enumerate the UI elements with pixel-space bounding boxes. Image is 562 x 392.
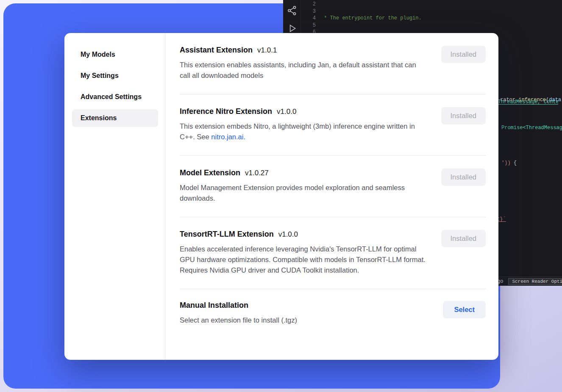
select-button[interactable]: Select [443,301,486,318]
sidebar-item-label: Extensions [81,114,117,122]
settings-modal: My Models My Settings Advanced Settings … [64,33,498,360]
sidebar-item-label: My Settings [81,72,119,80]
code-text: { [511,160,517,166]
code-text: ')) [501,160,511,166]
extension-row-nitro: Inference Nitro Extension v1.0.0 This ex… [180,94,486,156]
screen-reader-chip[interactable]: Screen Reader Optimized [508,278,562,285]
manual-installation-row: Manual Installation Select an extension … [180,289,486,339]
code-fragment: ')) { [501,160,517,166]
extension-row-tensorrt: TensortRT-LLM Extension v1.0.0 Enables a… [180,217,486,289]
sidebar-item-my-models[interactable]: My Models [72,46,158,63]
share-network-icon[interactable] [287,5,298,16]
extensions-list: Assistant Extension v1.0.1 This extensio… [165,33,498,360]
installed-button[interactable]: Installed [441,230,486,247]
installed-button[interactable]: Installed [441,46,486,63]
extension-title-line: Model Extension v1.0.27 [180,168,428,177]
line-number: 4 [301,15,316,22]
line-number: 3 [301,8,316,15]
code-text: rator. [500,97,518,103]
code-fragment: rator.inference(data)); [500,97,562,103]
extension-info: TensortRT-LLM Extension v1.0.0 Enables a… [180,230,428,276]
extension-title-line: Inference Nitro Extension v1.0.0 [180,107,428,116]
extension-description: This extension embeds Nitro, a lightweig… [180,121,428,142]
extension-name: Inference Nitro Extension [180,107,272,116]
extension-name: TensortRT-LLM Extension [180,230,274,239]
extension-row-assistant: Assistant Extension v1.0.1 This extensio… [180,33,486,94]
line-number: 2 [301,1,316,8]
extension-version: v1.0.1 [257,46,277,55]
code-text: inference [518,97,546,103]
extension-name: Assistant Extension [180,46,253,55]
installed-button[interactable]: Installed [441,168,486,186]
extension-info: Model Extension v1.0.27 Model Management… [180,168,428,204]
extension-description: Enables accelerated inference leveraging… [180,244,428,276]
extension-title-line: Manual Installation [180,301,297,310]
extension-version: v1.0.27 [245,169,269,177]
code-fragment: Promise<ThreadMessage> [501,125,562,131]
line-number: 5 [301,22,316,29]
extension-info: Manual Installation Select an extension … [180,301,297,326]
extension-name: Model Extension [180,168,240,177]
run-debug-icon[interactable] [287,23,298,34]
extension-row-model: Model Extension v1.0.27 Model Management… [180,156,486,217]
sidebar-item-extensions[interactable]: Extensions [72,109,158,127]
sidebar-item-label: Advanced Settings [81,93,142,101]
extension-title-line: TensortRT-LLM Extension v1.0.0 [180,230,428,239]
code-text: data [549,97,561,103]
extension-description: Model Management Extension provides mode… [180,182,428,204]
sidebar-item-advanced-settings[interactable]: Advanced Settings [72,88,158,106]
extension-info: Inference Nitro Extension v1.0.0 This ex… [180,107,428,142]
manual-installation-description: Select an extension file to install (.tg… [180,315,297,326]
sidebar-item-my-settings[interactable]: My Settings [72,67,158,85]
extension-description: This extension enables assistants, inclu… [180,60,428,81]
nitro-jan-ai-link[interactable]: nitro.jan.ai. [211,133,245,141]
manual-installation-title: Manual Installation [180,301,248,310]
code-text: Promise<ThreadMessage> [501,125,562,131]
extension-version: v1.0.0 [278,230,298,239]
code-line: * The entrypoint for the plugin. [321,15,558,22]
settings-sidebar: My Models My Settings Advanced Settings … [64,33,165,360]
extension-info: Assistant Extension v1.0.1 This extensio… [180,46,428,81]
installed-button[interactable]: Installed [441,107,486,124]
extension-version: v1.0.0 [277,108,296,116]
sidebar-item-label: My Models [81,51,115,58]
page-background: 2 3 4 5 6 * The entrypoint for the plugi… [0,0,562,392]
extension-title-line: Assistant Extension v1.0.1 [180,46,428,55]
